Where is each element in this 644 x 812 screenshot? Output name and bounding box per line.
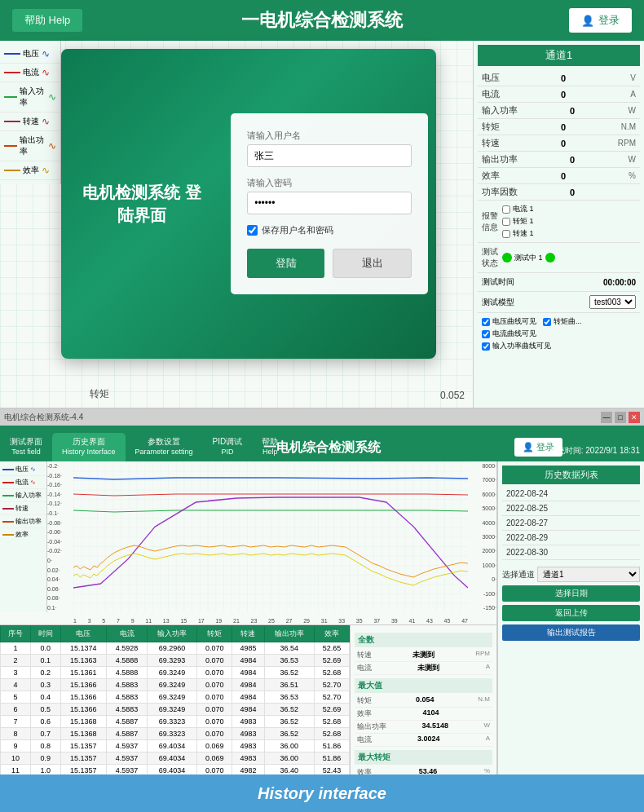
- signal-legend-top: 电压 ∿ 电流 ∿ 输入功率 ∿ 转速 ∿ 输出功率 ∿ 效率 ∿: [0, 41, 61, 184]
- username-input[interactable]: [247, 144, 412, 167]
- close-button[interactable]: ✕: [629, 412, 640, 423]
- test-model-select[interactable]: test003: [589, 295, 636, 309]
- table-row: 10.015.13744.592869.29600.070498536.5452…: [1, 642, 350, 655]
- channel-torque-row: 转矩 0 N.M: [478, 119, 640, 135]
- channel-current-row: 电流 0 A: [478, 86, 640, 103]
- channel-output-power-row: 输出功率 0 W: [478, 152, 640, 168]
- torque-curve-checkbox[interactable]: [543, 318, 551, 326]
- input-power-curve-checkbox[interactable]: [482, 342, 490, 351]
- chart-table-area: 电压∿ 电流∿ 输入功率 转速 输出功率 效率: [0, 461, 497, 783]
- history-item-1[interactable]: 2022-08-24: [502, 487, 640, 501]
- stats-max-eff: 效率 4104: [355, 708, 492, 721]
- export-report-button[interactable]: 输出测试报告: [502, 624, 640, 641]
- stats-max-torque-title: 最大转矩: [355, 750, 492, 765]
- window-controls: — □ ✕: [601, 412, 640, 423]
- system-date: 系统时间: 2022/9/1 18:31: [549, 445, 640, 457]
- y-axis-left: -0.2·-0.18·-0.16·-0.14·-0.12·-0.1·-0.08·…: [47, 461, 73, 612]
- bottom-navbar: 测试界面Test field 历史界面History Interface 参数设…: [0, 426, 644, 461]
- stats-all-title: 全数: [355, 633, 492, 647]
- alarm-speed-checkbox[interactable]: [502, 230, 510, 238]
- voltage-curve-checkbox[interactable]: [482, 318, 490, 326]
- signal-input-power: 输入功率 ∿: [0, 82, 60, 113]
- test-model-row: 测试模型 test003: [478, 292, 640, 312]
- table-row: 40.315.13664.588369.32490.070498436.5152…: [1, 679, 350, 691]
- login-left-panel: 电机检测系统 登陆界面: [61, 157, 223, 251]
- data-table: 序号 时间 电压 电流 输入功率 转矩 转速 输出功率 效率 10.015.13…: [0, 625, 350, 777]
- checkboxes-bottom-right: 电压曲线可见 转矩曲... 电流曲线可见 输入功率曲线可见: [478, 312, 640, 355]
- login-system-title: 电机检测系统 登陆界面: [77, 181, 206, 227]
- username-label: 请输入用户名: [247, 130, 412, 142]
- channel-select-row: 选择通道 通道1 选择日期 返回上传 输出测试报告: [502, 567, 640, 641]
- table-row: 70.615.13684.588769.33230.070498336.5252…: [1, 716, 350, 728]
- table-row: 50.415.13664.588369.32490.070498436.5352…: [1, 691, 350, 704]
- history-item-4[interactable]: 2022-08-29: [502, 531, 640, 545]
- minimize-button[interactable]: —: [601, 412, 612, 423]
- report-info-section: 报警信息 电流 1 转矩 1 转速 1: [478, 201, 640, 243]
- col-time: 时间: [30, 626, 60, 642]
- stats-panel: 全数 转速 未测到 RPM 电流 未测到 A 最大值 转矩 0.054 N.M: [350, 624, 496, 783]
- stats-max-output: 输出功率 34.5148 W: [355, 721, 492, 734]
- stats-max-title: 最大值: [355, 678, 492, 693]
- help-button[interactable]: 帮助 Help: [12, 9, 82, 32]
- history-item-2[interactable]: 2022-08-25: [502, 501, 640, 516]
- window-title: 电机综合检测系统-4.4: [4, 412, 83, 423]
- login-button-top[interactable]: 👤 登录: [569, 8, 632, 33]
- channel-speed-row: 转速 0 RPM: [478, 135, 640, 152]
- remember-row: 保存用户名和密码: [247, 224, 412, 236]
- remember-checkbox[interactable]: [247, 225, 258, 236]
- alarm-torque-checkbox[interactable]: [502, 218, 510, 226]
- login-form: 请输入用户名 请输入密码 保存用户名和密码 登陆 退出: [231, 113, 428, 294]
- password-input[interactable]: [247, 192, 412, 214]
- channel1-panel: 通道1 电压 0 V 电流 0 A 输入功率 0 W 转矩 0 N.M 转速 0…: [473, 41, 644, 408]
- x-axis: 1357911131517192123252729313335373941434…: [73, 618, 468, 624]
- col-current: 电流: [107, 626, 148, 642]
- history-label-bar: History interface: [0, 774, 644, 812]
- current-curve-checkbox[interactable]: [482, 330, 490, 338]
- login-submit-button[interactable]: 登陆: [247, 249, 324, 278]
- return-upload-button[interactable]: 返回上传: [502, 605, 640, 621]
- stats-max-current: 电流 3.0024 A: [355, 734, 492, 747]
- password-label: 请输入密码: [247, 177, 412, 189]
- history-list-title: 历史数据列表: [502, 466, 640, 484]
- right-panel-bottom: 历史数据列表 2022-08-24 2022-08-25 2022-08-27 …: [497, 461, 644, 783]
- stats-speed-row: 转速 未测到 RPM: [355, 649, 492, 662]
- chart-container: -0.2·-0.18·-0.16·-0.14·-0.12·-0.1·-0.08·…: [47, 461, 496, 612]
- channel-power-factor-row: 功率因数 0: [478, 184, 640, 201]
- channel-input-power-row: 输入功率 0 W: [478, 103, 640, 119]
- tab-params[interactable]: 参数设置Parameter setting: [126, 433, 203, 461]
- y-axis-right: 8000·7000·6000·5000·4000·3000·2000·1000·…: [468, 461, 496, 612]
- top-navbar: 帮助 Help 一电机综合检测系统 👤 登录: [0, 0, 644, 41]
- history-label-text: History interface: [258, 784, 386, 803]
- bottom-app-title: 一电机综合检测系统: [263, 439, 381, 457]
- signal-current: 电流 ∿: [0, 64, 60, 82]
- svg-rect-0: [73, 461, 468, 612]
- login-buttons: 登陆 退出: [247, 249, 412, 278]
- password-group: 请输入密码: [247, 177, 412, 214]
- test-time-row: 测试时间 00:00:00: [478, 273, 640, 292]
- select-date-button[interactable]: 选择日期: [502, 585, 640, 602]
- tab-pid[interactable]: PID调试PID: [203, 433, 253, 461]
- col-input-power: 输入功率: [147, 626, 196, 642]
- tab-history[interactable]: 历史界面History Interface: [52, 433, 126, 461]
- alarm-current-checkbox[interactable]: [502, 205, 510, 214]
- table-row: 90.815.13574.593769.40340.069498336.0051…: [1, 740, 350, 752]
- history-item-5[interactable]: 2022-08-30: [502, 545, 640, 560]
- torque-footer-label: 转矩: [90, 387, 109, 401]
- tab-test[interactable]: 测试界面Test field: [0, 433, 52, 461]
- col-speed: 转速: [232, 626, 265, 642]
- login-modal: 电机检测系统 登陆界面 请输入用户名 请输入密码 保存用户名和密码 登陆 退出: [61, 49, 436, 359]
- channel-select[interactable]: 通道1: [537, 567, 640, 582]
- chart-svg: [73, 461, 468, 612]
- user-icon: 👤: [581, 15, 594, 27]
- col-voltage: 电压: [60, 626, 107, 642]
- bottom-value: 0.052: [440, 390, 465, 401]
- table-row: 60.515.13664.588369.32490.070498436.5252…: [1, 704, 350, 716]
- top-section: 帮助 Help 一电机综合检测系统 👤 登录 电压 ∿ 电流 ∿ 输入功率 ∿ …: [0, 0, 644, 408]
- maximize-button[interactable]: □: [615, 412, 626, 423]
- col-torque: 转矩: [197, 626, 232, 642]
- exit-button[interactable]: 退出: [333, 249, 412, 278]
- bottom-main-content: 电压∿ 电流∿ 输入功率 转速 输出功率 效率: [0, 461, 644, 783]
- stats-max-torque: 转矩 0.054 N.M: [355, 695, 492, 708]
- history-item-3[interactable]: 2022-08-27: [502, 516, 640, 531]
- channel-efficiency-row: 效率 0 %: [478, 168, 640, 184]
